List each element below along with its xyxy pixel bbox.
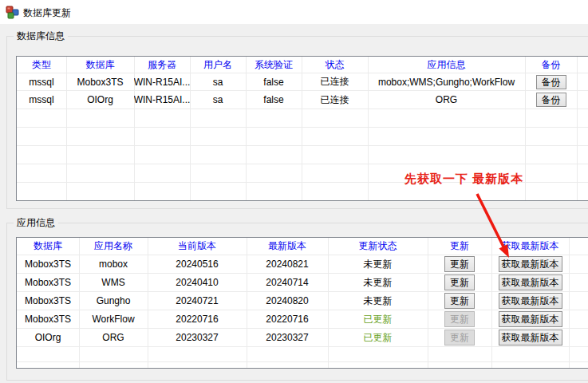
column-header-apps: 应用信息 [368,57,525,73]
empty-row [17,347,588,362]
cell-update-state: 已更新 [328,329,428,346]
cell-database: Mobox3TS [17,255,79,273]
update-button[interactable]: 更新 [444,274,475,290]
cell-database: Mobox3TS [66,73,134,90]
cell-database: Mobox3TS [17,292,79,310]
empty-row [17,362,588,368]
application-table: 数据库 应用名称 当前版本 最新版本 更新状态 更新 获取最新版本 Mobox3… [16,237,588,369]
cell-app-name: WMS [79,274,148,291]
window-title: 数据库更新 [23,6,71,20]
column-header-update-state: 更新状态 [328,238,428,255]
update-button[interactable]: 更新 [444,293,475,309]
empty-row [17,109,588,128]
table-row: Mobox3TS mobox 20240516 20240821 未更新 更新 … [17,255,588,274]
application-info-group-label: 应用信息 [14,217,58,229]
cell-update-state: 未更新 [328,255,428,273]
cell-apps: ORG [368,91,525,109]
table-row: mssql Mobox3TS WIN-R15AI... sa false 已连接… [17,73,588,91]
cell-app-name: WorkFlow [79,310,148,328]
cell-update: 更新 [428,255,491,273]
cell-latest-ver: 20240821 [247,255,328,273]
cell-backup: 备份 [525,73,577,90]
column-header-database: 数据库 [17,238,79,255]
fetch-latest-button[interactable]: 获取最新版本 [499,293,562,309]
column-header-current-ver: 当前版本 [148,238,247,255]
cell-sysauth: false [246,73,302,90]
table-row: Mobox3TS Gungho 20240721 20240820 未更新 更新… [17,292,588,310]
update-button-disabled: 更新 [444,311,475,327]
app-icon [6,6,19,19]
cell-update: 更新 [428,310,491,328]
column-header-latest-ver: 最新版本 [247,238,328,255]
column-header-sysauth: 系统验证 [246,57,302,73]
update-button[interactable]: 更新 [444,256,475,272]
cell-status: 已连接 [302,73,368,90]
cell-fetch: 获取最新版本 [491,310,569,328]
cell-latest-ver: 20220716 [247,310,328,328]
fetch-latest-button[interactable]: 获取最新版本 [499,311,562,327]
cell-backup: 备份 [525,91,577,109]
cell-apps: mobox;WMS;Gungho;WorkFlow [368,73,525,90]
fetch-latest-button[interactable]: 获取最新版本 [499,330,562,345]
cell-server: WIN-R15AI... [134,91,190,109]
table-row: Mobox3TS WorkFlow 20220716 20220716 已更新 … [17,310,588,329]
cell-user: sa [190,73,246,90]
cell-current-ver: 20240410 [148,274,247,291]
cell-update: 更新 [428,329,491,346]
cell-update: 更新 [428,292,491,310]
cell-database: Mobox3TS [17,274,79,291]
cell-update-state: 已更新 [328,310,428,328]
cell-update-state: 未更新 [328,292,428,310]
cell-app-name: Gungho [79,292,148,310]
cell-type: mssql [17,73,66,90]
cell-fetch: 获取最新版本 [491,255,569,273]
column-header-database: 数据库 [66,57,134,73]
cell-app-name: ORG [79,329,148,346]
cell-update: 更新 [428,274,491,291]
column-header-fetch-latest: 获取最新版本 [491,238,569,255]
cell-latest-ver: 20240714 [247,274,328,291]
table-row: Mobox3TS WMS 20240410 20240714 未更新 更新 获取… [17,274,588,292]
table-row: mssql OIOrg WIN-R15AI... sa false 已连接 OR… [17,91,588,109]
cell-current-ver: 20220716 [148,310,247,328]
cell-fetch: 获取最新版本 [491,329,569,346]
fetch-latest-button[interactable]: 获取最新版本 [499,274,562,290]
cell-database: OIOrg [17,329,79,346]
cell-status: 已连接 [302,91,368,109]
cell-type: mssql [17,91,66,109]
column-header-update: 更新 [428,238,491,255]
cell-server: WIN-R15AI... [134,73,190,90]
fetch-latest-button[interactable]: 获取最新版本 [499,256,562,272]
cell-current-ver: 20240721 [148,292,247,310]
column-header-backup: 备份 [525,57,577,73]
column-header-server: 服务器 [134,57,190,73]
cell-latest-ver: 20230327 [247,329,328,346]
empty-row [17,128,588,146]
backup-button[interactable]: 备份 [536,75,566,89]
annotation-text: 先获取一下 最新版本 [404,172,523,187]
table-row: OIOrg ORG 20230327 20230327 已更新 更新 获取最新版… [17,329,588,347]
update-button-disabled: 更新 [444,330,475,345]
column-header-type: 类型 [17,57,66,73]
cell-user: sa [190,91,246,109]
database-info-group-label: 数据库信息 [14,30,68,42]
cell-database: OIOrg [66,91,134,109]
cell-app-name: mobox [79,255,148,273]
empty-row [17,146,588,164]
column-header-status: 状态 [302,57,368,73]
cell-fetch: 获取最新版本 [491,274,569,291]
cell-fetch: 获取最新版本 [491,292,569,310]
cell-latest-ver: 20240820 [247,292,328,310]
cell-sysauth: false [246,91,302,109]
title-bar: 数据库更新 [0,0,588,24]
column-header-app-name: 应用名称 [79,238,148,255]
database-table-header: 类型 数据库 服务器 用户名 系统验证 状态 应用信息 备份 [17,57,588,73]
cell-current-ver: 20230327 [148,329,247,346]
cell-current-ver: 20240516 [148,255,247,273]
backup-button[interactable]: 备份 [536,93,566,107]
application-table-header: 数据库 应用名称 当前版本 最新版本 更新状态 更新 获取最新版本 [17,238,588,255]
cell-update-state: 未更新 [328,274,428,291]
database-update-window: 数据库更新 数据库信息 类型 数据库 服务器 用户名 系统验证 状态 应用信息 … [0,0,588,383]
cell-database: Mobox3TS [17,310,79,328]
column-header-user: 用户名 [190,57,246,73]
